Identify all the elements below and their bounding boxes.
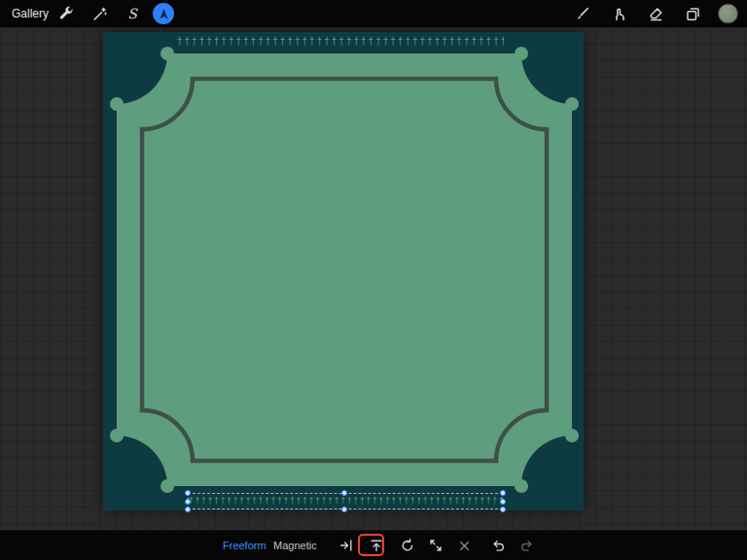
flip-vertical-button[interactable] bbox=[365, 534, 388, 557]
flip-horizontal-icon bbox=[338, 538, 354, 553]
flip-vertical-icon bbox=[369, 538, 384, 553]
actions-button[interactable] bbox=[54, 2, 78, 25]
transform-active-indicator bbox=[153, 3, 174, 24]
transform-handle-top-left[interactable] bbox=[185, 490, 191, 496]
mode-magnetic[interactable]: Magnetic bbox=[273, 540, 317, 551]
mode-freeform[interactable]: Freeform bbox=[223, 540, 267, 551]
layers-icon bbox=[685, 6, 701, 22]
transform-handle-bottom-left[interactable] bbox=[185, 507, 191, 512]
close-icon bbox=[457, 539, 472, 553]
active-color-swatch bbox=[718, 4, 738, 24]
workspace-background: ††††††††††††††††††††††††††††††††††††††††… bbox=[0, 27, 747, 531]
transform-handle-bottom-right[interactable] bbox=[500, 507, 506, 512]
transform-handle-top-middle[interactable] bbox=[341, 490, 347, 496]
smudge-finger-icon bbox=[611, 6, 627, 22]
redo-button[interactable] bbox=[516, 534, 539, 557]
transform-selection[interactable]: ††††††††††††††††††††††††††††††††††††††††… bbox=[188, 493, 503, 509]
transform-handle-middle-right[interactable] bbox=[500, 499, 506, 505]
transform-handle-bottom-middle[interactable] bbox=[341, 507, 347, 512]
canvas[interactable]: ††††††††††††††††††††††††††††††††††††††††… bbox=[103, 32, 584, 510]
flip-horizontal-button[interactable] bbox=[335, 534, 358, 557]
gallery-button[interactable]: Gallery bbox=[12, 7, 49, 20]
magic-wand-icon bbox=[91, 6, 108, 22]
adjustments-button[interactable] bbox=[88, 2, 111, 25]
undo-button[interactable] bbox=[486, 534, 510, 557]
brush-icon bbox=[574, 6, 590, 22]
selection-tool-button[interactable]: S bbox=[121, 2, 144, 25]
cancel-transform-button[interactable] bbox=[452, 534, 476, 557]
transform-handle-top-right[interactable] bbox=[500, 490, 506, 496]
wrench-icon bbox=[58, 6, 75, 22]
color-button[interactable] bbox=[718, 4, 738, 24]
transform-toolbar: Freeform Magnetic bbox=[0, 530, 747, 560]
fit-screen-button[interactable] bbox=[424, 534, 447, 557]
top-ornament-border: ††††††††††††††††††††††††††††††††††††††††… bbox=[177, 34, 504, 49]
fit-screen-icon bbox=[428, 538, 444, 553]
eraser-button[interactable] bbox=[644, 2, 667, 25]
smudge-button[interactable] bbox=[607, 2, 630, 25]
artwork-frame bbox=[103, 32, 584, 510]
redo-icon bbox=[519, 538, 535, 553]
selection-icon: S bbox=[127, 7, 137, 20]
rotate-45-button[interactable] bbox=[396, 534, 419, 557]
brush-button[interactable] bbox=[570, 2, 593, 25]
transform-handle-middle-left[interactable] bbox=[185, 499, 191, 505]
rotate-icon bbox=[400, 538, 415, 553]
transform-arrow-icon bbox=[158, 8, 170, 20]
transform-tool-button[interactable] bbox=[153, 3, 174, 24]
layers-button[interactable] bbox=[681, 2, 704, 25]
top-toolbar: Gallery S bbox=[0, 0, 747, 27]
eraser-icon bbox=[648, 6, 664, 22]
undo-icon bbox=[490, 538, 506, 553]
